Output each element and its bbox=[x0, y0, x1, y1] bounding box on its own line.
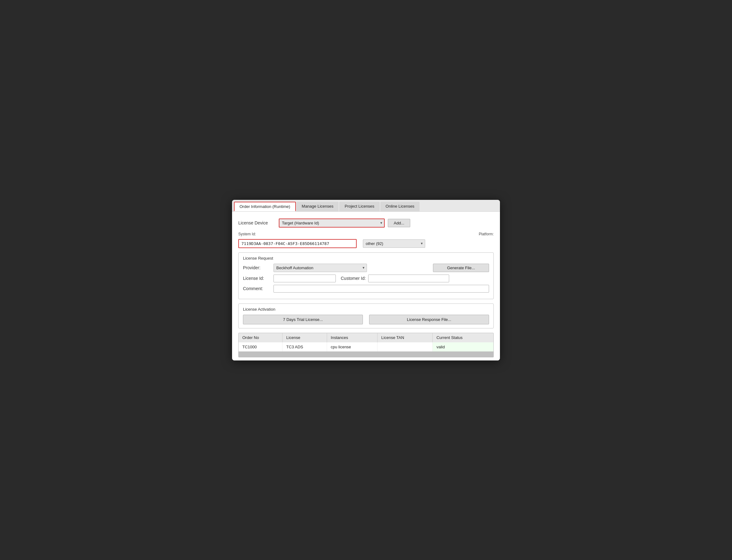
platform-label: Platform: bbox=[479, 232, 494, 236]
provider-select[interactable]: Beckhoff Automation bbox=[273, 264, 367, 272]
license-request-title: License Request bbox=[243, 256, 489, 261]
comment-row: Comment: bbox=[243, 285, 489, 293]
trial-license-button[interactable]: 7 Days Trial License... bbox=[243, 315, 363, 324]
cell-instances: cpu license bbox=[327, 342, 377, 351]
cell-current-status: valid bbox=[433, 342, 494, 351]
table-header-row: Order No License Instances License TAN C… bbox=[238, 333, 494, 342]
license-device-label: License Device bbox=[238, 220, 276, 225]
license-customer-row: License Id: Customer Id: bbox=[243, 275, 489, 282]
license-device-select[interactable]: Target (Hardware Id) Local (Software) bbox=[279, 219, 385, 228]
license-activation-section: License Activation 7 Days Trial License.… bbox=[238, 304, 494, 328]
system-platform-labels: System Id: Platform: bbox=[238, 232, 494, 237]
comment-label: Comment: bbox=[243, 286, 271, 291]
platform-select[interactable]: other (92) bbox=[363, 239, 425, 248]
tab-project-licenses[interactable]: Project Licenses bbox=[339, 202, 380, 211]
license-id-label: License Id: bbox=[243, 276, 271, 281]
license-table: Order No License Instances License TAN C… bbox=[238, 333, 494, 351]
main-window: Order Information (Runtime) Manage Licen… bbox=[232, 200, 500, 360]
col-instances: Instances bbox=[327, 333, 377, 342]
col-current-status: Current Status bbox=[433, 333, 494, 342]
tab-content: License Device Target (Hardware Id) Loca… bbox=[232, 212, 500, 360]
customer-id-label: Customer Id: bbox=[341, 276, 366, 281]
tab-bar: Order Information (Runtime) Manage Licen… bbox=[232, 200, 500, 212]
system-platform-inputs: other (92) ▾ bbox=[238, 239, 494, 248]
col-order-no: Order No bbox=[238, 333, 282, 342]
license-device-select-wrapper: Target (Hardware Id) Local (Software) ▾ bbox=[279, 219, 385, 228]
provider-row: Provider: Beckhoff Automation ▾ Generate… bbox=[243, 264, 489, 272]
system-id-label-group: System Id: bbox=[238, 232, 256, 237]
license-request-section: License Request Provider: Beckhoff Autom… bbox=[238, 252, 494, 299]
provider-label: Provider: bbox=[243, 265, 271, 270]
system-platform-section: System Id: Platform: other (92) ▾ bbox=[238, 232, 494, 248]
col-license: License bbox=[282, 333, 327, 342]
tab-online-licenses[interactable]: Online Licenses bbox=[380, 202, 420, 211]
system-id-label: System Id: bbox=[238, 232, 256, 236]
add-button[interactable]: Add... bbox=[388, 219, 410, 227]
table-scrollbar[interactable] bbox=[238, 351, 494, 357]
customer-id-input[interactable] bbox=[368, 275, 449, 282]
tab-manage-licenses[interactable]: Manage Licenses bbox=[296, 202, 339, 211]
cell-order-no: TC1000 bbox=[238, 342, 282, 351]
platform-label-group: Platform: bbox=[479, 232, 494, 237]
table-row[interactable]: TC1000 TC3 ADS cpu license valid bbox=[238, 342, 494, 351]
tab-order-information[interactable]: Order Information (Runtime) bbox=[234, 202, 296, 211]
col-license-tan: License TAN bbox=[378, 333, 433, 342]
license-device-row: License Device Target (Hardware Id) Loca… bbox=[238, 219, 494, 228]
license-id-input[interactable] bbox=[273, 275, 336, 282]
cell-license-tan bbox=[378, 342, 433, 351]
generate-file-button[interactable]: Generate File... bbox=[433, 264, 489, 272]
comment-input[interactable] bbox=[273, 285, 489, 293]
system-id-input[interactable] bbox=[238, 239, 356, 248]
table-header: Order No License Instances License TAN C… bbox=[238, 333, 494, 342]
table-body: TC1000 TC3 ADS cpu license valid bbox=[238, 342, 494, 351]
activation-buttons-row: 7 Days Trial License... License Response… bbox=[243, 315, 489, 324]
license-response-file-button[interactable]: License Response File... bbox=[369, 315, 489, 324]
cell-license: TC3 ADS bbox=[282, 342, 327, 351]
provider-select-wrapper: Beckhoff Automation ▾ bbox=[273, 264, 367, 272]
license-table-wrapper: Order No License Instances License TAN C… bbox=[238, 333, 494, 357]
platform-select-wrapper: other (92) ▾ bbox=[363, 239, 425, 248]
license-activation-title: License Activation bbox=[243, 307, 489, 312]
